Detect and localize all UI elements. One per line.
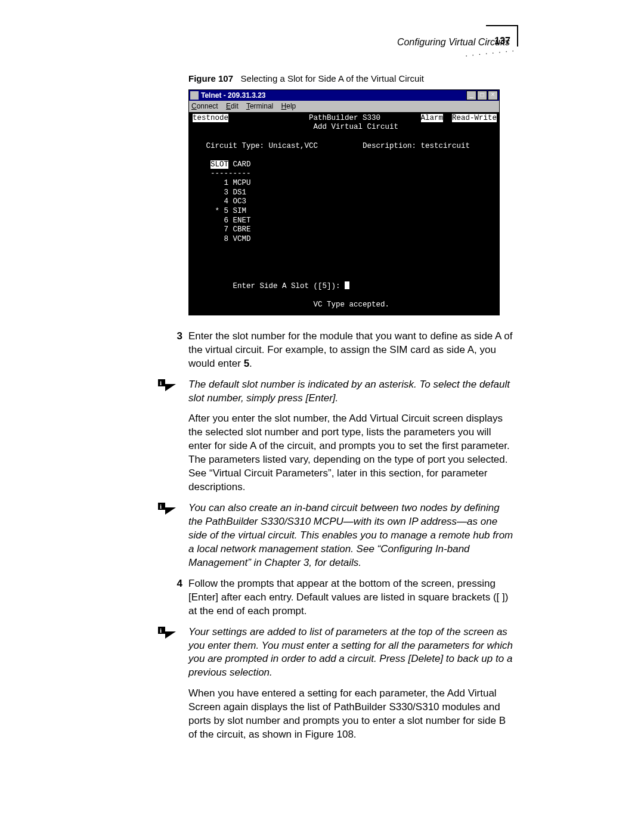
menu-connect[interactable]: Connect xyxy=(191,102,218,110)
figure-label: Figure 107 xyxy=(188,73,233,83)
note-3-text: Your settings are added to list of param… xyxy=(188,625,515,680)
svg-text:i: i xyxy=(160,627,162,634)
figure-caption: Figure 107 Selecting a Slot for Side A o… xyxy=(188,73,515,85)
info-icon: i xyxy=(157,378,177,395)
telnet-window: Telnet - 209.31.3.23 _ □ × Connect Edit … xyxy=(188,89,500,315)
note-1-text: The default slot number is indicated by … xyxy=(188,378,515,405)
running-head: Configuring Virtual Circuits xyxy=(98,36,510,49)
note-1: i The default slot number is indicated b… xyxy=(188,378,515,405)
paragraph-after-step4: When you have entered a setting for each… xyxy=(188,687,515,742)
info-icon: i xyxy=(157,501,177,518)
minimize-button[interactable]: _ xyxy=(466,91,476,100)
window-titlebar: Telnet - 209.31.3.23 _ □ × xyxy=(189,90,499,101)
window-title: Telnet - 209.31.3.23 xyxy=(201,91,466,100)
step-3-text-b: . xyxy=(249,358,252,369)
paragraph-after-step3: After you enter the slot number, the Add… xyxy=(188,412,515,494)
figure-caption-text: Selecting a Slot for Side A of the Virtu… xyxy=(241,73,424,83)
note-2-text: You can also create an in-band circuit b… xyxy=(188,501,515,570)
step-3-text-a: Enter the slot number for the module tha… xyxy=(188,330,512,369)
app-icon xyxy=(190,91,199,100)
step-4: 4 Follow the prompts that appear at the … xyxy=(188,577,515,618)
terminal-output[interactable]: testnode PathBuilder S330 Alarm Read-Wri… xyxy=(189,112,499,315)
svg-text:i: i xyxy=(160,379,162,386)
menu-help[interactable]: Help xyxy=(281,102,296,110)
info-icon: i xyxy=(157,625,177,642)
maximize-button[interactable]: □ xyxy=(477,91,487,100)
step-number: 4 xyxy=(166,577,182,618)
menu-terminal[interactable]: Terminal xyxy=(246,102,273,110)
step-3-bold: 5 xyxy=(244,358,249,369)
step-3: 3 Enter the slot number for the module t… xyxy=(188,330,515,371)
step-number: 3 xyxy=(166,330,182,371)
svg-text:i: i xyxy=(160,503,162,510)
menu-bar: Connect Edit Terminal Help xyxy=(189,101,499,112)
step-4-text: Follow the prompts that appear at the bo… xyxy=(188,577,515,618)
close-button[interactable]: × xyxy=(488,91,498,100)
menu-edit[interactable]: Edit xyxy=(226,102,239,110)
note-2: i You can also create an in-band circuit… xyxy=(188,501,515,570)
note-3: i Your settings are added to list of par… xyxy=(188,625,515,680)
